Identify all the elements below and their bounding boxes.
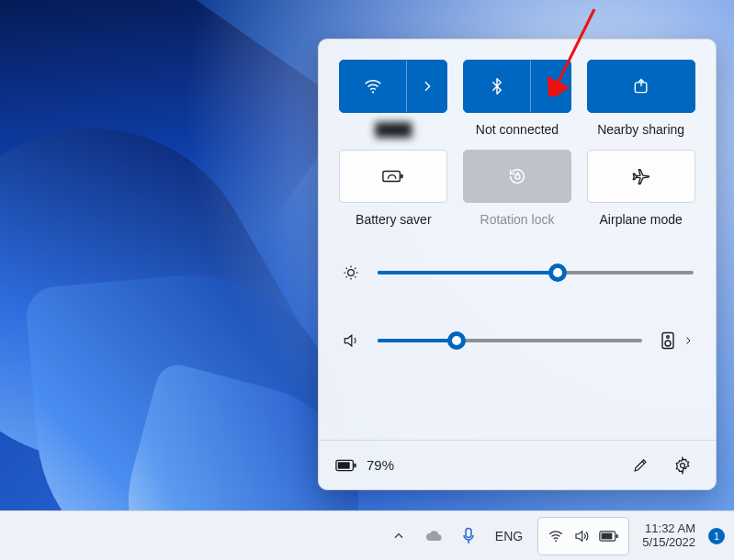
nearby-sharing-label: Nearby sharing: [597, 122, 684, 137]
battery-icon: [335, 458, 357, 473]
wifi-icon: [363, 76, 383, 96]
rotation-lock-icon: [507, 166, 527, 186]
wifi-toggle[interactable]: [340, 61, 406, 112]
cloud-icon: [424, 530, 443, 543]
bluetooth-toggle[interactable]: [464, 61, 530, 112]
wifi-tile[interactable]: [339, 60, 447, 113]
clock[interactable]: 11:32 AM 5/15/2022: [640, 522, 697, 550]
airplane-mode-label: Airplane mode: [600, 212, 683, 227]
volume-slider[interactable]: [378, 339, 642, 342]
bluetooth-tile[interactable]: [463, 60, 571, 113]
gear-icon: [673, 456, 692, 475]
language-indicator[interactable]: ENG: [491, 529, 526, 543]
quick-settings-panel: ████ Not connected Nearby sharing: [318, 39, 717, 490]
airplane-mode-tile[interactable]: [587, 150, 695, 203]
svg-rect-6: [515, 174, 520, 179]
brightness-thumb[interactable]: [548, 263, 567, 282]
microphone-button[interactable]: [457, 524, 480, 548]
svg-point-9: [667, 336, 670, 339]
nearby-sharing-tile[interactable]: [587, 60, 695, 113]
battery-saver-tile[interactable]: [339, 150, 447, 203]
chevron-right-icon: [420, 79, 435, 94]
svg-point-5: [391, 174, 392, 175]
pencil-icon: [632, 456, 649, 474]
svg-rect-12: [354, 463, 356, 467]
brightness-fill: [378, 271, 558, 274]
rotation-lock-tile[interactable]: [463, 150, 571, 203]
chevron-right-icon[interactable]: [683, 335, 694, 346]
svg-point-1: [372, 91, 374, 93]
volume-icon: [573, 528, 590, 544]
wifi-expand[interactable]: [406, 61, 446, 112]
svg-point-7: [348, 270, 355, 276]
wifi-label: ████: [375, 122, 412, 137]
svg-point-10: [665, 341, 671, 346]
bluetooth-icon: [488, 77, 506, 95]
date-text: 5/15/2022: [642, 536, 695, 550]
svg-rect-15: [466, 528, 471, 537]
svg-rect-3: [383, 171, 400, 181]
chevron-right-icon: [543, 79, 558, 94]
svg-rect-4: [401, 174, 403, 179]
notification-badge[interactable]: 1: [708, 528, 725, 544]
bluetooth-expand[interactable]: [530, 61, 570, 112]
bluetooth-label: Not connected: [476, 122, 559, 137]
share-icon: [632, 77, 650, 95]
svg-point-16: [555, 540, 557, 542]
wifi-icon: [548, 528, 564, 544]
microphone-icon: [461, 527, 476, 545]
battery-saver-icon: [382, 168, 404, 185]
panel-footer: 79%: [319, 440, 716, 489]
chevron-up-icon: [392, 530, 405, 543]
battery-icon: [599, 530, 619, 543]
time-text: 11:32 AM: [645, 522, 695, 536]
battery-saver-label: Battery saver: [356, 212, 431, 227]
system-tray-group[interactable]: [537, 517, 629, 555]
settings-button[interactable]: [666, 449, 699, 482]
airplane-icon: [631, 166, 651, 186]
tray-expand-button[interactable]: [387, 524, 411, 548]
battery-percent[interactable]: 79%: [367, 457, 394, 473]
rotation-lock-label: Rotation lock: [480, 212, 555, 227]
volume-thumb[interactable]: [447, 331, 466, 350]
speaker-device-icon: [661, 331, 675, 350]
svg-point-14: [681, 463, 685, 467]
volume-row: [341, 324, 694, 357]
volume-icon: [341, 331, 361, 350]
svg-rect-13: [338, 462, 350, 468]
tile-grid: ████ Not connected Nearby sharing: [339, 60, 695, 227]
volume-fill: [378, 339, 457, 342]
brightness-icon: [341, 263, 361, 282]
audio-output-button[interactable]: [659, 324, 677, 357]
svg-rect-19: [602, 532, 613, 539]
taskbar: ENG 11:32 AM 5/15/2022 1: [0, 510, 734, 560]
sliders-section: [339, 263, 695, 357]
onedrive-button[interactable]: [422, 524, 446, 548]
edit-button[interactable]: [624, 449, 657, 482]
svg-rect-18: [616, 533, 618, 537]
brightness-slider[interactable]: [378, 271, 694, 274]
brightness-row: [341, 263, 694, 282]
